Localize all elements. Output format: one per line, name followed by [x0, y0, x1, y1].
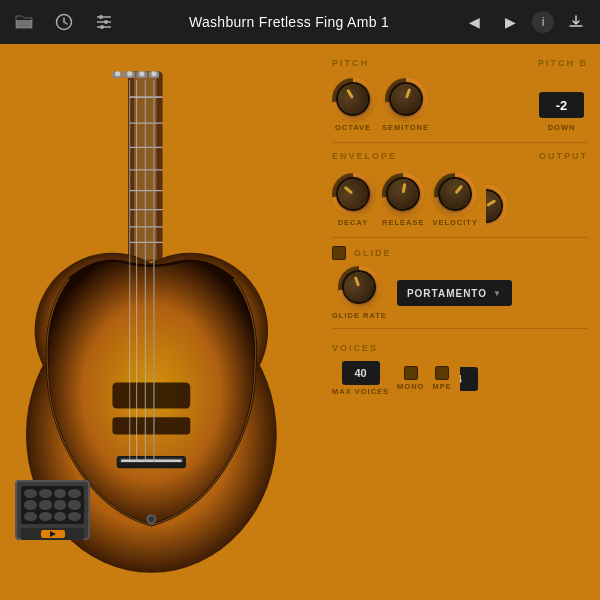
header-bar: Washburn Fretless Fing Amb 1 ◀ ▶ i: [0, 0, 600, 44]
app-container: Washburn Fretless Fing Amb 1 ◀ ▶ i: [0, 0, 600, 600]
voices-row: 40 MAX VOICES MONO MPE 4: [332, 361, 588, 396]
svg-point-40: [149, 517, 154, 522]
svg-point-36: [127, 71, 132, 76]
pitch-bend-value[interactable]: -2: [539, 92, 584, 118]
svg-rect-23: [112, 417, 190, 434]
release-knob-group: RELEASE: [382, 173, 424, 227]
glide-rate-knob-group: GLIDE RATE: [332, 266, 387, 320]
info-button[interactable]: i: [532, 11, 554, 33]
portamento-label: PORTAMENTO: [407, 288, 487, 299]
voices-section-label: VOICES: [332, 343, 378, 353]
preset-title: Washburn Fretless Fing Amb 1: [130, 14, 448, 30]
max-voices-col: 40 MAX VOICES: [332, 361, 389, 396]
semitone-knob-group: SEMITONE: [382, 78, 429, 132]
semitone-knob-ring: [385, 78, 427, 120]
main-content: PITCH PITCH B OCTAVE SEMITONE: [0, 44, 600, 600]
prev-button[interactable]: ◀: [460, 8, 488, 36]
envelope-section-label: ENVELOPE: [332, 151, 397, 161]
glide-rate-knob-ring: [338, 266, 380, 308]
svg-point-6: [99, 15, 103, 19]
mpe-checkbox[interactable]: [435, 366, 449, 380]
octave-label: OCTAVE: [335, 123, 371, 132]
semitone-label: SEMITONE: [382, 123, 429, 132]
svg-point-37: [139, 71, 144, 76]
svg-point-7: [104, 20, 108, 24]
velocity-label: VELOCITY: [432, 218, 478, 227]
transport-controls: ◀ ▶ i: [460, 8, 590, 36]
amp-box: [15, 480, 90, 540]
extra-voice-col: 4: [460, 367, 478, 391]
glide-controls: GLIDE RATE PORTAMENTO ▼: [332, 266, 588, 320]
decay-knob[interactable]: [329, 170, 377, 218]
glide-rate-knob[interactable]: [338, 265, 382, 309]
output-knob[interactable]: [486, 185, 506, 227]
decay-label: DECAY: [338, 218, 369, 227]
pitch-bend-section-label: PITCH B: [538, 58, 588, 68]
sliders-icon[interactable]: [90, 8, 118, 36]
pitch-section-label: PITCH: [332, 58, 369, 68]
svg-line-2: [64, 22, 67, 24]
voices-section: VOICES 40 MAX VOICES MONO: [332, 337, 588, 396]
svg-point-8: [100, 25, 104, 29]
mono-checkbox[interactable]: [404, 366, 418, 380]
divider-1: [332, 142, 588, 143]
svg-marker-41: [50, 531, 56, 537]
divider-2: [332, 237, 588, 238]
output-knob-group: [486, 185, 506, 227]
divider-3: [332, 328, 588, 329]
folder-icon[interactable]: [10, 8, 38, 36]
svg-rect-22: [112, 383, 190, 409]
release-knob-ring: [382, 173, 424, 215]
svg-point-38: [151, 71, 156, 76]
controls-panel: PITCH PITCH B OCTAVE SEMITONE: [320, 44, 600, 600]
glide-section-label: GLIDE: [354, 248, 392, 258]
svg-rect-26: [121, 460, 182, 463]
dropdown-arrow-icon: ▼: [493, 289, 502, 298]
portamento-dropdown[interactable]: PORTAMENTO ▼: [397, 280, 512, 306]
octave-knob-group: OCTAVE: [332, 78, 374, 132]
down-label: DOWN: [548, 123, 576, 132]
release-label: RELEASE: [382, 218, 424, 227]
glide-checkbox[interactable]: [332, 246, 346, 260]
semitone-knob[interactable]: [384, 77, 428, 121]
svg-point-35: [115, 71, 120, 76]
download-button[interactable]: [562, 8, 590, 36]
mono-col: MONO: [397, 366, 424, 391]
play-button[interactable]: ▶: [496, 8, 524, 36]
clock-icon[interactable]: [50, 8, 78, 36]
guitar-panel: [0, 44, 320, 600]
decay-knob-group: DECAY: [332, 173, 374, 227]
octave-knob-ring: [332, 78, 374, 120]
mpe-label: MPE: [432, 382, 451, 391]
extra-value[interactable]: 4: [460, 367, 478, 391]
octave-knob[interactable]: [330, 76, 376, 122]
max-voices-value[interactable]: 40: [342, 361, 380, 385]
decay-knob-ring: [332, 173, 374, 215]
velocity-knob[interactable]: [431, 170, 479, 218]
velocity-knob-group: VELOCITY: [432, 173, 478, 227]
release-knob[interactable]: [384, 174, 423, 213]
velocity-knob-ring: [434, 173, 476, 215]
mono-label: MONO: [397, 382, 424, 391]
output-section-label: OUTPUT: [539, 151, 588, 161]
mpe-col: MPE: [432, 366, 451, 391]
max-voices-label: MAX VOICES: [332, 387, 389, 396]
glide-rate-label: GLIDE RATE: [332, 311, 387, 320]
